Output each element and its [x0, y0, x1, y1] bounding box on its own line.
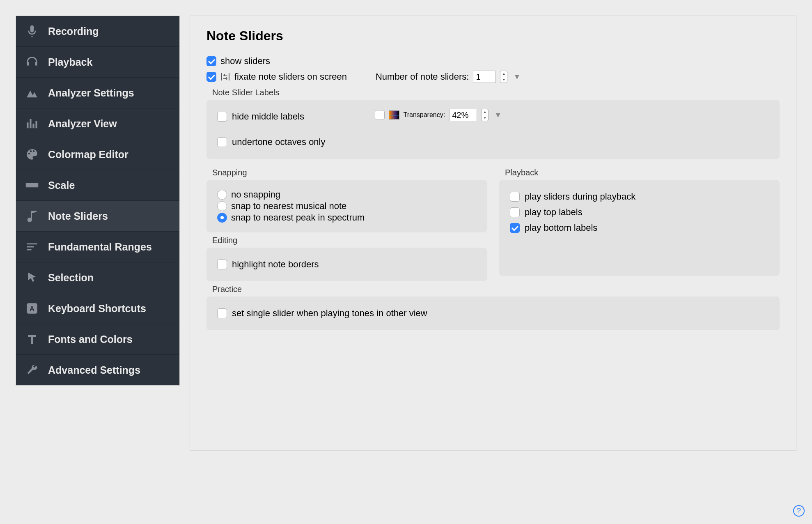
- play-bottom-checkbox[interactable]: [510, 223, 520, 233]
- group-title: Practice: [212, 285, 780, 294]
- sidebar-item-label: Playback: [48, 56, 92, 68]
- sidebar-item-analyzer-view[interactable]: Analyzer View: [16, 108, 179, 139]
- snapping-radio-1[interactable]: [217, 201, 227, 211]
- sidebar-item-label: Advanced Settings: [48, 364, 140, 376]
- play-top-checkbox[interactable]: [510, 207, 520, 217]
- sidebar-item-label: Keyboard Shortcuts: [48, 303, 146, 315]
- main-panel: Note Sliders show sliders fixate note sl…: [190, 16, 796, 451]
- group-title: Snapping: [212, 168, 487, 177]
- single-slider-checkbox[interactable]: [217, 308, 227, 318]
- play-during-label: play sliders during playback: [525, 191, 635, 202]
- sidebar-item-label: Scale: [48, 179, 75, 191]
- sidebar: RecordingPlaybackAnalyzer SettingsAnalyz…: [16, 16, 180, 386]
- group-title: Note Slider Labels: [212, 88, 780, 97]
- note-slider-labels-group: Note Slider Labels hide middle labels un…: [206, 88, 780, 159]
- help-button[interactable]: ?: [793, 505, 805, 517]
- mountains-icon: [25, 86, 39, 100]
- transparency-stepper[interactable]: ▲▼: [481, 109, 489, 121]
- snapping-option-label: no snapping: [231, 189, 280, 200]
- key-a-icon: A: [25, 301, 39, 315]
- practice-group: Practice set single slider when playing …: [206, 285, 780, 330]
- sidebar-item-label: Analyzer Settings: [48, 87, 134, 99]
- sidebar-item-fundamental-ranges[interactable]: Fundamental Ranges: [16, 232, 179, 262]
- playback-group: Playback play sliders during playback pl…: [499, 168, 780, 276]
- note-icon: [25, 209, 39, 223]
- hide-middle-labels-checkbox[interactable]: [217, 112, 227, 122]
- sidebar-item-label: Fonts and Colors: [48, 333, 133, 345]
- play-during-checkbox[interactable]: [510, 192, 520, 202]
- snapping-option-label: snap to nearest peak in spectrum: [231, 212, 365, 223]
- snapping-group: Snapping no snappingsnap to nearest musi…: [206, 168, 487, 232]
- show-sliders-label: show sliders: [220, 56, 270, 67]
- highlight-borders-checkbox[interactable]: [217, 260, 227, 269]
- sidebar-item-advanced-settings[interactable]: Advanced Settings: [16, 355, 179, 385]
- wrench-icon: [25, 363, 39, 377]
- undertone-checkbox[interactable]: [217, 137, 227, 147]
- snapping-option-label: snap to nearest musical note: [231, 201, 346, 211]
- type-t-icon: [25, 332, 39, 346]
- cursor-icon: [25, 271, 39, 285]
- group-title: Playback: [505, 168, 780, 177]
- transparency-enable-checkbox[interactable]: [375, 110, 385, 120]
- sidebar-item-label: Fundamental Ranges: [48, 241, 152, 253]
- sidebar-item-fonts-and-colors[interactable]: Fonts and Colors: [16, 324, 179, 355]
- sidebar-item-colormap-editor[interactable]: Colormap Editor: [16, 139, 179, 170]
- sidebar-item-label: Analyzer View: [48, 118, 117, 130]
- disclosure-triangle-icon[interactable]: ▼: [494, 111, 502, 120]
- sidebar-item-label: Note Sliders: [48, 210, 108, 222]
- sidebar-item-note-sliders[interactable]: Note Sliders: [16, 201, 179, 232]
- bars-icon: [25, 117, 39, 131]
- sidebar-item-playback[interactable]: Playback: [16, 47, 179, 78]
- editing-group: Editing highlight note borders: [206, 236, 487, 281]
- show-sliders-checkbox[interactable]: [206, 56, 216, 66]
- svg-text:A: A: [30, 305, 34, 313]
- fixate-label: fixate note sliders on screen: [234, 71, 347, 82]
- sidebar-item-analyzer-settings[interactable]: Analyzer Settings: [16, 78, 179, 108]
- sidebar-item-keyboard-shortcuts[interactable]: AKeyboard Shortcuts: [16, 293, 179, 324]
- snapping-radio-0[interactable]: [217, 190, 227, 200]
- single-slider-label: set single slider when playing tones in …: [232, 308, 427, 319]
- colormap-swatch-icon: [389, 110, 399, 120]
- hide-middle-labels-label: hide middle labels: [232, 111, 304, 122]
- sidebar-item-label: Recording: [48, 25, 99, 37]
- play-bottom-label: play bottom labels: [525, 223, 597, 233]
- highlight-borders-label: highlight note borders: [232, 259, 319, 270]
- sidebar-item-recording[interactable]: Recording: [16, 16, 179, 47]
- palette-icon: [25, 147, 39, 161]
- disclosure-triangle-icon[interactable]: ▼: [513, 73, 521, 81]
- sidebar-item-label: Selection: [48, 272, 94, 284]
- group-title: Editing: [212, 236, 487, 245]
- transparency-input[interactable]: [449, 109, 477, 121]
- undertone-label: undertone octaves only: [232, 137, 326, 147]
- fixate-checkbox[interactable]: [206, 72, 216, 82]
- number-stepper[interactable]: ▲▼: [500, 71, 507, 83]
- sidebar-item-label: Colormap Editor: [48, 149, 128, 161]
- page-title: Note Sliders: [206, 28, 780, 44]
- transparency-label: Transparency:: [404, 111, 445, 119]
- headphones-icon: [25, 55, 39, 69]
- lines-icon: [25, 240, 39, 254]
- snapping-radio-2[interactable]: [217, 213, 227, 223]
- number-of-sliders-label: Number of note sliders:: [376, 71, 469, 82]
- sidebar-item-scale[interactable]: Scale: [16, 170, 179, 201]
- mic-icon: [25, 24, 39, 38]
- number-of-sliders-input[interactable]: [473, 71, 496, 83]
- ruler-icon: [25, 178, 39, 192]
- play-top-label: play top labels: [525, 207, 583, 218]
- sidebar-item-selection[interactable]: Selection: [16, 262, 179, 293]
- fixate-icon: [220, 72, 230, 81]
